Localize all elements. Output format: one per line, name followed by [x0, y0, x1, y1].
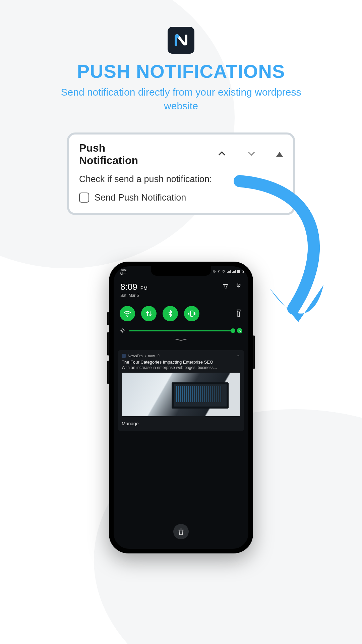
- notification-card[interactable]: NewsPro • now The Four Categories Impact…: [118, 350, 244, 431]
- brightness-slider[interactable]: A: [120, 328, 242, 333]
- notification-title: The Four Categories Impacting Enterprise…: [118, 360, 244, 365]
- wifi-toggle[interactable]: [120, 306, 135, 321]
- app-logo: [168, 27, 194, 54]
- qs-time: 8:09 PM: [120, 282, 147, 292]
- brightness-thumb[interactable]: [231, 328, 235, 333]
- notification-pin-icon: [157, 354, 160, 358]
- notification-app-icon: [122, 354, 126, 358]
- svg-rect-4: [190, 311, 193, 316]
- time-value: 8:09: [120, 282, 137, 292]
- panel-move-down-icon[interactable]: [247, 149, 256, 160]
- qs-date: Sat, Mar 5: [120, 293, 139, 298]
- statusbar-right: [213, 269, 243, 274]
- filter-icon[interactable]: [222, 283, 229, 291]
- panel-move-up-icon[interactable]: [217, 149, 227, 160]
- svg-point-2: [238, 285, 239, 287]
- settings-gear-icon[interactable]: [235, 283, 242, 291]
- svg-point-3: [127, 316, 128, 317]
- vibrate-toggle[interactable]: [184, 306, 199, 321]
- statusbar-carrier: Robi Airtel: [120, 268, 127, 276]
- notification-collapse-icon[interactable]: [236, 354, 240, 358]
- page-title: PUSH NOTIFICATIONS: [0, 60, 362, 82]
- data-toggle[interactable]: [141, 306, 157, 321]
- send-push-checkbox-label: Send Push Notification: [95, 193, 186, 203]
- wifi-status-icon: [222, 270, 226, 274]
- notification-body: With an increase in enterprise web pages…: [118, 365, 244, 373]
- phone-volume-down: [107, 361, 109, 384]
- phone-mockup: Robi Airtel 8:09 PM: [109, 262, 253, 553]
- svg-point-6: [121, 330, 123, 331]
- vibrate-icon: [213, 270, 216, 274]
- phone-notch: [151, 266, 211, 276]
- brightness-track[interactable]: [129, 330, 233, 331]
- notification-manage-button[interactable]: Manage: [118, 416, 244, 431]
- notification-dot: •: [145, 354, 146, 358]
- clear-notifications-button[interactable]: [173, 524, 189, 539]
- page-subtitle: Send notification directly from your exi…: [60, 86, 302, 113]
- send-push-checkbox[interactable]: [79, 193, 89, 203]
- svg-rect-5: [237, 310, 240, 311]
- flashlight-icon[interactable]: [235, 309, 242, 318]
- brightness-icon: [120, 328, 125, 333]
- phone-power-button: [253, 335, 255, 369]
- bluetooth-toggle[interactable]: [163, 306, 178, 321]
- carrier-line1: Robi: [120, 268, 127, 272]
- time-suffix: PM: [140, 285, 147, 291]
- bluetooth-status-icon: [217, 269, 220, 274]
- phone-screen: Robi Airtel 8:09 PM: [114, 266, 248, 549]
- notification-app-name: NewsPro: [128, 354, 143, 358]
- auto-brightness-badge[interactable]: A: [237, 328, 242, 333]
- wp-panel-title: Push Notification: [79, 142, 153, 167]
- signal1-icon: [227, 270, 231, 273]
- battery-icon: [237, 270, 243, 273]
- phone-mute-switch: [107, 312, 109, 325]
- notification-image: [122, 373, 240, 416]
- svg-rect-0: [214, 270, 215, 272]
- panel-collapse-icon[interactable]: [276, 152, 283, 157]
- notification-time: now: [148, 354, 155, 358]
- svg-point-1: [223, 272, 224, 272]
- qs-expand-handle[interactable]: [174, 337, 188, 340]
- phone-volume-up: [107, 332, 109, 356]
- carrier-line2: Airtel: [120, 272, 127, 276]
- signal2-icon: [232, 270, 236, 273]
